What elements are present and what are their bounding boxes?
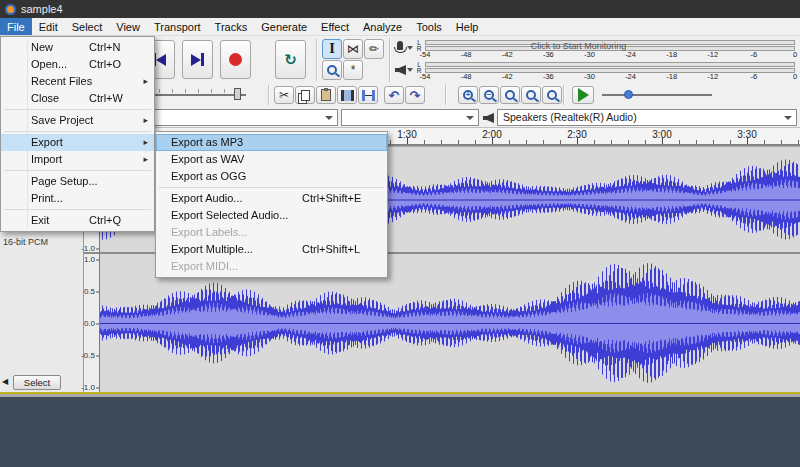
menubar-item-analyze[interactable]: Analyze [356, 18, 409, 35]
file-menu-item-import[interactable]: Import▸ [1, 151, 154, 168]
playback-meter[interactable]: LR -54-48-42-36-30-24-18-12-60 [393, 60, 798, 81]
meter-dropdown-arrow-icon[interactable] [407, 46, 413, 50]
file-menu-item-new[interactable]: NewCtrl+N [1, 39, 154, 56]
playback-device-dropdown[interactable]: Speakers (Realtek(R) Audio) [497, 109, 797, 126]
timeline-tick [781, 140, 782, 144]
play-at-speed-button[interactable] [572, 86, 594, 104]
paste-icon [321, 89, 331, 101]
menubar-item-select[interactable]: Select [65, 18, 110, 35]
file-menu-item-export[interactable]: Export▸ [1, 134, 154, 151]
menu-item-shortcut: Ctrl+N [89, 39, 120, 56]
vertical-ruler-tick [96, 323, 99, 324]
redo-button[interactable]: ↷ [405, 86, 425, 104]
menu-item-label: Export MIDI... [171, 260, 238, 272]
timeline-tick [509, 140, 510, 144]
copy-button[interactable] [295, 86, 315, 104]
audacity-icon [5, 4, 16, 15]
meter-scale-label: -6 [751, 72, 758, 81]
zoom-out-icon: − [484, 90, 494, 100]
file-menu-item-open[interactable]: Open...Ctrl+O [1, 56, 154, 73]
menubar-item-edit[interactable]: Edit [32, 18, 65, 35]
selection-tool-icon: I [329, 43, 335, 55]
audacity-window: sample4 FileEditSelectViewTransportTrack… [0, 0, 800, 467]
menubar-item-help[interactable]: Help [449, 18, 486, 35]
menubar-item-generate[interactable]: Generate [254, 18, 314, 35]
export-submenu-item-export-multiple[interactable]: Export Multiple...Ctrl+Shift+L [156, 241, 387, 258]
menubar-item-view[interactable]: View [109, 18, 147, 35]
record-button[interactable] [220, 40, 251, 79]
toolbar-separator [268, 85, 269, 105]
zoom-toggle-button[interactable] [542, 86, 562, 104]
menubar-item-tracks[interactable]: Tracks [208, 18, 255, 35]
playback-device-value: Speakers (Realtek(R) Audio) [503, 111, 637, 123]
zoom-fit-button[interactable] [521, 86, 541, 104]
zoom-out-button[interactable]: − [479, 86, 499, 104]
meter-scale-label: -6 [751, 50, 758, 59]
copy-icon [301, 90, 310, 101]
loop-icon: ↻ [284, 52, 297, 67]
file-menu-item-exit[interactable]: ExitCtrl+Q [1, 212, 154, 229]
play-speed-slider[interactable] [602, 94, 712, 96]
collapse-track-icon[interactable]: ◀ [2, 378, 8, 386]
menu-item-label: Close [31, 92, 59, 104]
zoom-selection-icon [505, 90, 515, 100]
file-menu-item-recent-files[interactable]: Recent Files▸ [1, 73, 154, 90]
skip-to-end-icon [191, 54, 201, 66]
menubar: FileEditSelectViewTransportTracksGenerat… [0, 18, 800, 36]
vertical-ruler-right[interactable]: 1.00.50.0-0.5-1.0 [84, 254, 100, 392]
export-submenu-item-export-selected-audio[interactable]: Export Selected Audio... [156, 207, 387, 224]
toolbar-separator [563, 85, 564, 105]
timeline-tick [577, 137, 578, 144]
export-submenu-item-export-as-wav[interactable]: Export as WAV [156, 151, 387, 168]
menubar-item-transport[interactable]: Transport [147, 18, 208, 35]
file-menu-item-save-project[interactable]: Save Project▸ [1, 112, 154, 129]
undo-button[interactable]: ↶ [384, 86, 404, 104]
zoom-tool-button[interactable] [322, 60, 342, 80]
menubar-item-tools[interactable]: Tools [409, 18, 449, 35]
recording-volume-thumb[interactable] [234, 88, 241, 100]
menu-item-shortcut: Ctrl+Shift+E [302, 190, 361, 207]
loop-button[interactable]: ↻ [275, 40, 306, 79]
zoom-in-button[interactable]: + [458, 86, 478, 104]
menu-item-shortcut: Ctrl+Q [89, 212, 121, 229]
recording-meter[interactable]: LR -54-48-42-36-30-24-18-12-60 Click to … [393, 38, 798, 59]
file-menu-item-page-setup[interactable]: Page Setup... [1, 173, 154, 190]
play-at-speed-icon [578, 88, 589, 102]
menu-item-label: Import [31, 153, 62, 165]
meter-scale-label: -42 [502, 50, 513, 59]
play-speed-thumb[interactable] [624, 90, 633, 99]
file-menu-item-print[interactable]: Print... [1, 190, 154, 207]
paste-button[interactable] [316, 86, 336, 104]
vertical-ruler-tick [96, 248, 99, 249]
menu-item-label: Export as WAV [171, 153, 244, 165]
titlebar[interactable]: sample4 [0, 0, 800, 18]
timeline-tick [526, 140, 527, 144]
meter-dropdown-arrow-icon[interactable] [407, 68, 413, 72]
zoom-selection-button[interactable] [500, 86, 520, 104]
toolbar-separator [389, 38, 390, 82]
file-menu-item-close[interactable]: CloseCtrl+W [1, 90, 154, 107]
skip-to-end-button[interactable] [182, 40, 213, 79]
monitoring-status-text[interactable]: Click to Start Monitoring [531, 42, 627, 51]
multi-tool-button[interactable]: * [343, 60, 363, 80]
speaker-icon [395, 65, 406, 75]
recording-channels-dropdown[interactable] [341, 109, 479, 126]
export-submenu-item-export-as-mp3[interactable]: Export as MP3 [156, 134, 387, 151]
cut-button[interactable]: ✂ [274, 86, 294, 104]
vertical-ruler-tick [96, 355, 99, 356]
draw-tool-button[interactable]: ✏ [364, 39, 384, 59]
menubar-item-file[interactable]: File [0, 18, 32, 35]
export-submenu-item-export-as-ogg[interactable]: Export as OGG [156, 168, 387, 185]
selection-tool-button[interactable]: I [322, 39, 342, 59]
trim-audio-button[interactable] [337, 86, 357, 104]
meter-scale-label: -12 [707, 50, 718, 59]
track-select-button[interactable]: Select [13, 375, 61, 390]
menubar-item-effect[interactable]: Effect [314, 18, 356, 35]
vertical-ruler-tick [96, 291, 99, 292]
menu-item-label: Export Multiple... [171, 243, 253, 255]
silence-audio-button[interactable] [358, 86, 378, 104]
export-submenu-item-export-audio[interactable]: Export Audio...Ctrl+Shift+E [156, 190, 387, 207]
playback-device-speaker-icon [483, 113, 494, 123]
meter-scale-label: -24 [625, 72, 636, 81]
envelope-tool-button[interactable]: ⋈ [343, 39, 363, 59]
